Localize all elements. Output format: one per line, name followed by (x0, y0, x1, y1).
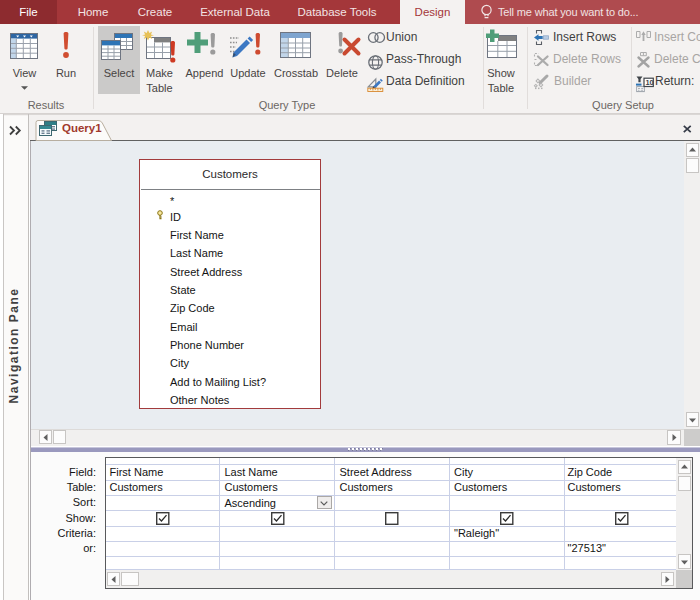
svg-text:10: 10 (645, 78, 653, 87)
